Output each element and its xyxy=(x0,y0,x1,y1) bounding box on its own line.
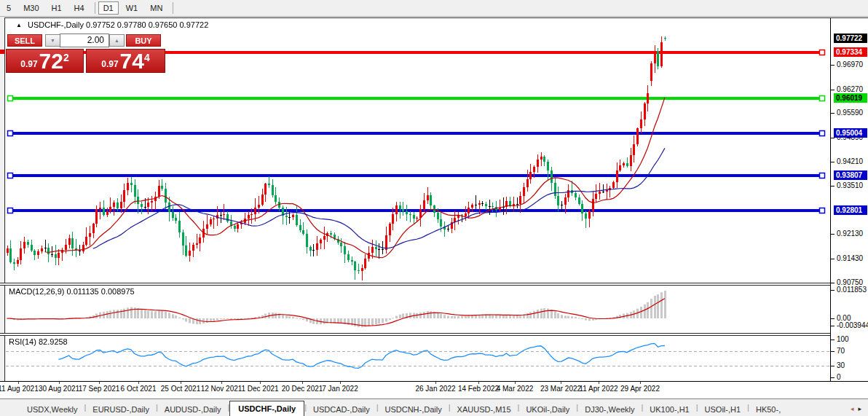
triangle-up-icon: ▲ xyxy=(114,38,119,43)
toolbar-separator xyxy=(95,2,95,14)
level-price-badge: 0.95004 xyxy=(834,128,867,138)
toolbar-separator xyxy=(173,2,173,14)
volume-input[interactable]: 2.00 xyxy=(60,34,109,47)
axis-tick-mark xyxy=(831,259,835,259)
date-label: 11 Apr 2022 xyxy=(579,385,618,393)
macd-tick-label: -0.003944 xyxy=(837,321,868,330)
date-tick-mark xyxy=(59,382,60,384)
date-tick-mark xyxy=(18,382,19,384)
time-axis: 11 Aug 202130 Aug 202117 Sep 20216 Oct 2… xyxy=(0,382,868,398)
level-price-badge: 0.97334 xyxy=(834,47,867,57)
date-label: 7 Jan 2022 xyxy=(322,385,358,393)
price-tick-label: 0.91430 xyxy=(837,254,863,263)
date-label: 25 Oct 2021 xyxy=(161,385,200,393)
price-axis: 0.969700.962700.955900.948900.942100.935… xyxy=(830,18,868,381)
timeframe-button-5[interactable]: 5 xyxy=(1,1,16,15)
macd-tick-label: 0.011853 xyxy=(837,286,867,294)
date-label: 20 Dec 2021 xyxy=(282,385,323,393)
date-label: 14 Feb 2022 xyxy=(458,385,499,393)
axis-tick-mark xyxy=(831,162,835,162)
timeframe-button-h4[interactable]: H4 xyxy=(69,1,90,15)
symbol-tab-bar: USDX,Weekly|EURUSD-,Daily|AUDUSD-,Daily|… xyxy=(0,399,868,416)
date-label: 30 Aug 2021 xyxy=(39,385,79,393)
chart-header: ▲ USDCHF-,Daily 0.97752 0.97780 0.97650 … xyxy=(16,20,208,29)
trading-terminal: 5M30H1H4D1W1MN 0.969700.962700.955900.94… xyxy=(0,0,868,416)
date-label: 4 Mar 2022 xyxy=(497,385,534,393)
date-label: 17 Sep 2021 xyxy=(79,385,120,393)
tab-usdchf-daily[interactable]: USDCHF-,Daily xyxy=(229,401,304,416)
date-tick-mark xyxy=(260,382,261,384)
date-tick-mark xyxy=(640,382,641,384)
tab-scroll-arrows: ◂▸ xyxy=(851,405,866,412)
current-price-badge: 0.97722 xyxy=(834,34,867,43)
tab-hk50[interactable]: HK50-, xyxy=(749,402,787,416)
buy-price-prefix: 0.97 xyxy=(101,59,118,69)
chart-title: USDCHF-,Daily xyxy=(28,20,84,29)
sell-price-box[interactable]: 0.97 72 2 xyxy=(6,49,84,73)
triangle-down-icon: ▼ xyxy=(50,38,55,43)
axis-tick-mark xyxy=(831,326,835,326)
date-label: 1 Dec 2021 xyxy=(241,385,278,393)
tab-uk100-h1[interactable]: UK100-,H1 xyxy=(643,402,695,416)
axis-tick-mark xyxy=(831,377,835,378)
axis-tick-mark xyxy=(831,340,835,340)
date-tick-mark xyxy=(302,382,303,384)
expand-icon[interactable]: ▲ xyxy=(16,22,22,28)
tab-scroll-left-icon[interactable]: ◂ xyxy=(851,405,859,412)
axis-tick-mark xyxy=(831,366,835,366)
tab-xauusd-m15[interactable]: XAUUSD-,M15 xyxy=(451,402,518,416)
date-tick-mark xyxy=(340,382,341,384)
macd-label: MACD(12,26,9) 0.011135 0.008975 xyxy=(9,287,135,296)
sell-price-big: 72 xyxy=(39,50,63,72)
buy-price-sup: 4 xyxy=(144,52,150,63)
tab-usdcnh-daily[interactable]: USDCNH-,Daily xyxy=(379,402,449,416)
chart-left-margin xyxy=(0,17,5,381)
level-price-badge: 0.96019 xyxy=(834,93,867,103)
volume-increase-button[interactable]: ▲ xyxy=(109,34,125,47)
sell-price-sup: 2 xyxy=(63,52,69,63)
timeframe-button-d1[interactable]: D1 xyxy=(98,1,119,15)
rsi-label: RSI(14) 82.9258 xyxy=(9,337,68,346)
buy-price-box[interactable]: 0.97 74 4 xyxy=(86,49,165,73)
price-tick-label: 0.92130 xyxy=(837,229,863,238)
level-price-badge: 0.92801 xyxy=(834,205,867,215)
price-tick-label: 0.95590 xyxy=(837,109,863,117)
timeframe-button-w1[interactable]: W1 xyxy=(121,1,143,15)
rsi-tick-label: 30 xyxy=(837,361,845,370)
volume-decrease-button[interactable]: ▼ xyxy=(45,34,60,47)
date-tick-mark xyxy=(599,382,599,384)
date-label: 29 Apr 2022 xyxy=(620,385,660,393)
level-price-badge: 0.93807 xyxy=(834,170,867,180)
axis-tick-mark xyxy=(831,234,835,235)
tab-scroll-right-icon[interactable]: ▸ xyxy=(858,405,866,412)
level-line-left-marker xyxy=(0,50,5,54)
timeframe-toolbar: 5M30H1H4D1W1MN xyxy=(0,0,868,17)
timeframe-button-m30[interactable]: M30 xyxy=(18,1,44,15)
timeframe-button-mn[interactable]: MN xyxy=(145,1,167,15)
buy-price-big: 74 xyxy=(120,50,144,72)
sell-button[interactable]: SELL xyxy=(7,34,42,47)
axis-tick-mark xyxy=(831,90,835,90)
buy-button[interactable]: BUY xyxy=(126,34,161,47)
rsi-tick-label: 100 xyxy=(837,335,849,344)
rsi-canvas[interactable] xyxy=(6,336,830,380)
date-label: 11 Aug 2021 xyxy=(0,385,39,393)
macd-main-value: 0.011135 xyxy=(66,287,98,296)
tab-eurusd-daily[interactable]: EURUSD-,Daily xyxy=(86,402,156,416)
date-label: 6 Oct 2021 xyxy=(121,385,157,393)
tab-dj30-weekly[interactable]: DJ30-,Weekly xyxy=(578,402,641,416)
timeframe-button-h1[interactable]: H1 xyxy=(47,1,67,15)
tab-ukoil-daily[interactable]: UKOil-,Daily xyxy=(519,402,576,416)
axis-tick-mark xyxy=(831,283,835,283)
tab-audusd-daily[interactable]: AUDUSD-,Daily xyxy=(158,402,228,416)
price-tick-label: 0.94210 xyxy=(837,157,863,166)
tab-usoil-h1[interactable]: USOil-,H1 xyxy=(698,402,748,416)
tab-usdcad-daily[interactable]: USDCAD-,Daily xyxy=(307,402,376,416)
tab-usdx-weekly[interactable]: USDX,Weekly xyxy=(20,402,84,416)
date-tick-mark xyxy=(561,382,561,384)
price-tick-label: 0.96970 xyxy=(837,60,863,69)
price-tick-label: 0.93510 xyxy=(837,181,863,190)
date-label: 26 Jan 2022 xyxy=(415,385,455,393)
axis-tick-mark xyxy=(831,318,835,319)
rsi-tick-label: 70 xyxy=(837,347,845,356)
